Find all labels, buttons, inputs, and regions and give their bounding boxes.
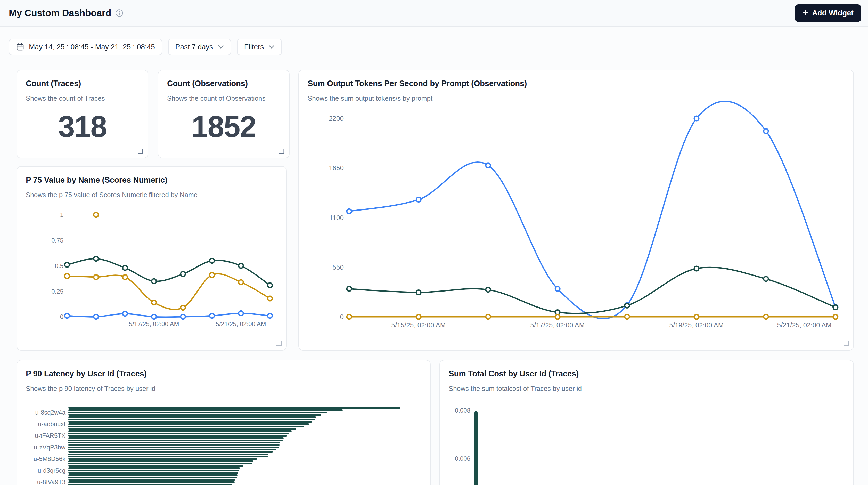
svg-text:2200: 2200 (329, 115, 344, 122)
filters-button[interactable]: Filters (237, 39, 282, 55)
metric-value: 318 (17, 110, 148, 144)
resize-handle-icon[interactable] (136, 148, 144, 155)
svg-text:0: 0 (340, 313, 344, 321)
info-icon[interactable] (115, 9, 123, 17)
add-widget-label: Add Widget (812, 9, 854, 17)
svg-text:u-d3qr5cg: u-d3qr5cg (38, 467, 65, 474)
card-count-traces: Count (Traces) Shows the count of Traces… (17, 70, 148, 158)
tokens-line-chart[interactable]: 05501100165022005/15/25, 02:00 AM5/17/25… (299, 70, 853, 350)
svg-text:5/17/25, 02:00 AM: 5/17/25, 02:00 AM (129, 321, 179, 327)
resize-handle-icon[interactable] (275, 340, 282, 347)
metric-value: 1852 (158, 110, 289, 144)
resize-handle-icon[interactable] (842, 340, 849, 347)
svg-text:5/17/25, 02:00 AM: 5/17/25, 02:00 AM (530, 321, 585, 329)
add-widget-button[interactable]: + Add Widget (795, 4, 861, 22)
card-title: Count (Observations) (167, 79, 280, 88)
svg-text:5/21/25, 02:00 AM: 5/21/25, 02:00 AM (216, 321, 266, 327)
page-header: My Custom Dashboard + Add Widget (0, 0, 868, 27)
svg-text:1650: 1650 (329, 164, 344, 172)
chevron-down-icon (218, 45, 224, 49)
resize-handle-icon[interactable] (278, 148, 285, 155)
filter-toolbar: May 14, 25 : 08:45 - May 21, 25 : 08:45 … (9, 39, 282, 55)
card-p75-chart: P 75 Value by Name (Scores Numeric) Show… (17, 166, 287, 351)
svg-text:550: 550 (333, 263, 344, 271)
filters-label: Filters (244, 43, 264, 51)
svg-text:u-5M8D56k: u-5M8D56k (33, 455, 66, 462)
cost-bar-chart[interactable]: 0.0080.006 (440, 360, 853, 485)
svg-text:1: 1 (60, 211, 63, 218)
svg-text:1100: 1100 (329, 214, 344, 222)
date-range-label: May 14, 25 : 08:45 - May 21, 25 : 08:45 (29, 43, 155, 51)
svg-text:0.5: 0.5 (55, 262, 63, 269)
time-preset-button[interactable]: Past 7 days (168, 39, 231, 55)
svg-text:u-8sq2w4a: u-8sq2w4a (35, 409, 66, 416)
time-preset-label: Past 7 days (175, 43, 213, 51)
svg-text:5/19/25, 02:00 AM: 5/19/25, 02:00 AM (669, 321, 723, 329)
svg-text:0.75: 0.75 (51, 237, 63, 244)
chevron-down-icon (269, 45, 275, 49)
svg-text:0.008: 0.008 (455, 407, 470, 414)
svg-text:u-aobnuxf: u-aobnuxf (38, 421, 65, 427)
svg-text:0.006: 0.006 (455, 455, 470, 462)
svg-text:u-8fVa9T3: u-8fVa9T3 (37, 479, 65, 485)
card-count-observations: Count (Observations) Shows the count of … (158, 70, 289, 158)
card-tokens-chart: Sum Output Tokens Per Second by Prompt (… (298, 70, 854, 351)
card-title: Count (Traces) (26, 79, 139, 88)
svg-text:0.25: 0.25 (51, 288, 63, 295)
latency-bar-chart[interactable]: u-8sq2w4au-aobnuxfu-tFAR5TXu-zVqP3hwu-5M… (17, 360, 430, 485)
card-subtitle: Shows the count of Observations (167, 94, 280, 102)
svg-text:5/21/25, 02:00 AM: 5/21/25, 02:00 AM (777, 321, 831, 329)
p75-line-chart[interactable]: 00.250.50.7515/17/25, 02:00 AM5/21/25, 0… (17, 166, 286, 350)
card-cost-chart: Sum Total Cost by User Id (Traces) Shows… (439, 360, 854, 485)
card-subtitle: Shows the count of Traces (26, 94, 139, 102)
card-latency-chart: P 90 Latency by User Id (Traces) Shows t… (17, 360, 431, 485)
date-range-button[interactable]: May 14, 25 : 08:45 - May 21, 25 : 08:45 (9, 39, 162, 55)
page-title: My Custom Dashboard (9, 8, 111, 19)
svg-text:0: 0 (60, 313, 63, 320)
calendar-icon (16, 43, 24, 51)
svg-text:5/15/25, 02:00 AM: 5/15/25, 02:00 AM (391, 321, 445, 329)
svg-text:u-zVqP3hw: u-zVqP3hw (34, 444, 65, 451)
svg-text:u-tFAR5TX: u-tFAR5TX (35, 432, 65, 439)
